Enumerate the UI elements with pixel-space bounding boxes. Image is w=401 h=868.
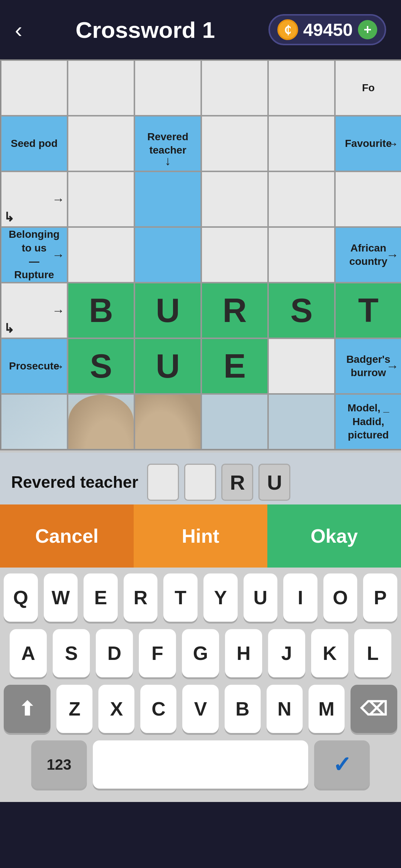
- key-i[interactable]: I: [283, 573, 317, 622]
- key-y[interactable]: Y: [203, 573, 238, 622]
- add-coins-button[interactable]: +: [358, 20, 377, 39]
- crossword-grid: Fo Seed pod Reveredteacher ↓ Favourite →…: [0, 59, 401, 453]
- cell-1-0[interactable]: Seed pod: [1, 116, 68, 171]
- corner-arrow-icon: ↳: [4, 321, 14, 336]
- key-b[interactable]: B: [225, 685, 261, 733]
- arrow-down-icon: ↓: [165, 153, 171, 168]
- cell-0-1[interactable]: [68, 60, 134, 116]
- keyboard-row-3: ⬆ Z X C V B N M ⌫: [4, 685, 397, 733]
- cell-6-3: [201, 394, 268, 450]
- cell-1-5[interactable]: Favourite →: [335, 116, 401, 171]
- grid-container[interactable]: Fo Seed pod Reveredteacher ↓ Favourite →…: [0, 59, 401, 450]
- key-p[interactable]: P: [363, 573, 397, 622]
- arrow-right-icon: →: [52, 359, 65, 374]
- arrow-right-icon: →: [52, 247, 65, 263]
- letter-boxes[interactable]: R U: [147, 464, 290, 501]
- cell-6-5[interactable]: Model, _Hadid,pictured: [335, 394, 401, 450]
- key-n[interactable]: N: [267, 685, 303, 733]
- cell-2-5[interactable]: [335, 171, 401, 227]
- cell-5-2[interactable]: U: [134, 338, 201, 394]
- clue-seed-pod: Seed pod: [9, 135, 60, 152]
- clue-badger: Badger'sburrow: [344, 351, 393, 382]
- key-a[interactable]: A: [10, 629, 47, 677]
- key-e[interactable]: E: [84, 573, 118, 622]
- cell-4-5[interactable]: T: [335, 283, 401, 338]
- cell-2-4[interactable]: [268, 171, 335, 227]
- cell-2-0[interactable]: ↳ →: [1, 171, 68, 227]
- cell-1-4[interactable]: [268, 116, 335, 171]
- cell-5-3[interactable]: E: [201, 338, 268, 394]
- key-d[interactable]: D: [96, 629, 133, 677]
- cell-0-2[interactable]: [134, 60, 201, 116]
- cancel-button[interactable]: Cancel: [0, 504, 134, 568]
- letter-box-3[interactable]: R: [221, 464, 253, 501]
- key-j[interactable]: J: [268, 629, 305, 677]
- clue-fo: Fo: [360, 79, 377, 97]
- key-m[interactable]: M: [309, 685, 345, 733]
- key-s[interactable]: S: [53, 629, 90, 677]
- okay-button[interactable]: Okay: [267, 504, 401, 568]
- cell-1-1[interactable]: [68, 116, 134, 171]
- top-bar: ‹ Crossword 1 ₵ 49450 +: [0, 0, 401, 59]
- keyboard-row-1: Q W E R T Y U I O P: [4, 573, 397, 622]
- letter-box-2[interactable]: [184, 464, 216, 501]
- cell-0-5[interactable]: Fo: [335, 60, 401, 116]
- key-k[interactable]: K: [311, 629, 348, 677]
- cell-2-1[interactable]: [68, 171, 134, 227]
- key-o[interactable]: O: [323, 573, 358, 622]
- letter-t: T: [358, 290, 379, 331]
- cell-0-3[interactable]: [201, 60, 268, 116]
- cell-5-4[interactable]: [268, 338, 335, 394]
- space-key[interactable]: [93, 740, 308, 789]
- key-g[interactable]: G: [182, 629, 219, 677]
- cell-3-4[interactable]: [268, 227, 335, 283]
- key-u[interactable]: U: [244, 573, 278, 622]
- letter-box-1[interactable]: [147, 464, 179, 501]
- key-c[interactable]: C: [140, 685, 176, 733]
- done-key[interactable]: ✓: [314, 740, 370, 789]
- cell-2-3[interactable]: [201, 171, 268, 227]
- cell-6-0: [1, 394, 68, 450]
- cell-5-5[interactable]: Badger'sburrow →: [335, 338, 401, 394]
- clue-label: Revered teacher: [11, 473, 138, 491]
- cell-3-1[interactable]: [68, 227, 134, 283]
- hint-button[interactable]: Hint: [134, 504, 267, 568]
- key-w[interactable]: W: [44, 573, 78, 622]
- letter-box-4[interactable]: U: [258, 464, 290, 501]
- letter-u2: U: [156, 346, 180, 386]
- cell-0-4[interactable]: [268, 60, 335, 116]
- back-button[interactable]: ‹: [15, 17, 22, 43]
- cell-2-2[interactable]: [134, 171, 201, 227]
- cell-4-3[interactable]: R: [201, 283, 268, 338]
- cell-4-0[interactable]: ↳ →: [1, 283, 68, 338]
- cell-5-0[interactable]: Prosecute →: [1, 338, 68, 394]
- key-r[interactable]: R: [124, 573, 158, 622]
- cell-3-0[interactable]: Belongingto us—Rupture →: [1, 227, 68, 283]
- cell-3-3[interactable]: [201, 227, 268, 283]
- letter-b: B: [89, 290, 113, 331]
- key-x[interactable]: X: [98, 685, 134, 733]
- key-f[interactable]: F: [139, 629, 176, 677]
- key-q[interactable]: Q: [4, 573, 38, 622]
- key-v[interactable]: V: [182, 685, 218, 733]
- cell-3-5[interactable]: Africancountry →: [335, 227, 401, 283]
- key-t[interactable]: T: [163, 573, 198, 622]
- cell-4-4[interactable]: S: [268, 283, 335, 338]
- cell-1-2[interactable]: Reveredteacher ↓: [134, 116, 201, 171]
- key-h[interactable]: H: [225, 629, 262, 677]
- cell-3-2[interactable]: [134, 227, 201, 283]
- cell-1-3[interactable]: [201, 116, 268, 171]
- cell-4-2[interactable]: U: [134, 283, 201, 338]
- delete-key[interactable]: ⌫: [351, 685, 397, 733]
- letter-r: R: [223, 290, 247, 331]
- key-l[interactable]: L: [354, 629, 391, 677]
- arrow-right-icon: →: [52, 192, 65, 207]
- cell-5-1[interactable]: S: [68, 338, 134, 394]
- shift-key[interactable]: ⬆: [4, 685, 50, 733]
- arrow-right-icon: →: [386, 136, 399, 151]
- cell-0-0[interactable]: [1, 60, 68, 116]
- key-z[interactable]: Z: [56, 685, 92, 733]
- cell-4-1[interactable]: B: [68, 283, 134, 338]
- coin-badge: ₵ 49450 +: [268, 14, 386, 45]
- numbers-key[interactable]: 123: [31, 740, 87, 789]
